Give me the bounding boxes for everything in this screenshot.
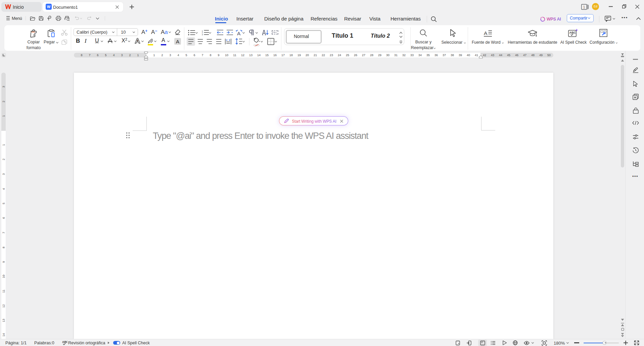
svg-text:A: A: [484, 30, 488, 36]
svg-text:1: 1: [583, 5, 585, 9]
svg-text:ABC: ABC: [569, 31, 576, 34]
svg-text:ABC: ABC: [62, 340, 67, 344]
